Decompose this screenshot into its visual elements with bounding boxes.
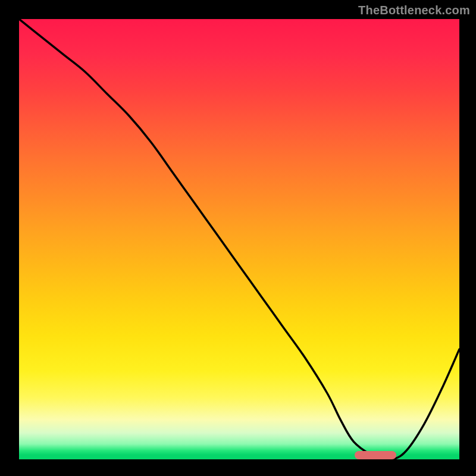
bottleneck-curve-path bbox=[19, 19, 459, 459]
watermark-text: TheBottleneck.com bbox=[358, 4, 470, 17]
plot-area bbox=[19, 19, 459, 459]
curve-svg bbox=[19, 19, 459, 459]
chart-stage: TheBottleneck.com bbox=[0, 0, 476, 476]
optimal-marker bbox=[355, 451, 396, 459]
